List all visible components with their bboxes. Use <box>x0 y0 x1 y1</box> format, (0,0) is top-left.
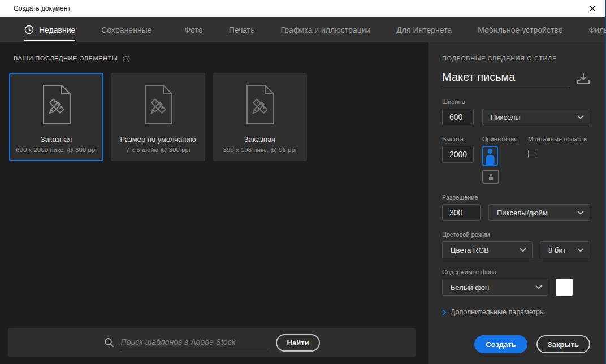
resolution-input[interactable] <box>442 204 481 221</box>
background-label: Содержимое фона <box>442 268 590 275</box>
advanced-options-label: Дополнительные параметры <box>451 308 545 316</box>
chevron-down-icon <box>577 248 584 252</box>
height-orientation-row: Высота Ориентация Монтажные о <box>442 136 590 184</box>
artboards-checkbox[interactable] <box>528 150 536 158</box>
background-color-swatch[interactable] <box>556 279 573 296</box>
tab-label: Для Интернета <box>396 25 452 34</box>
tab-print[interactable]: Печать <box>216 17 268 42</box>
stock-search-bar: Найти <box>8 328 416 357</box>
recent-heading-text: ВАШИ ПОСЛЕДНИЕ ЭЛЕМЕНТЫ <box>14 55 118 62</box>
card-subtitle: 7 x 5 дюйм @ 300 ppi <box>126 146 191 153</box>
dialog-title: Создать документ <box>0 5 71 12</box>
background-value: Белый фон <box>451 283 535 292</box>
height-label: Высота <box>442 136 482 142</box>
tab-web[interactable]: Для Интернета <box>383 17 465 42</box>
resolution-row: Пикселы/дюйм <box>442 204 590 221</box>
new-document-dialog: Создать документ Недавние Сохраненные Фо… <box>0 0 606 364</box>
preset-details-heading: ПОДРОБНЫЕ СВЕДЕНИЯ О СТИЛЕ <box>442 55 590 62</box>
advanced-options-toggle[interactable]: Дополнительные параметры <box>442 308 590 316</box>
preset-name-row: Макет письма <box>442 71 590 88</box>
recent-heading: ВАШИ ПОСЛЕДНИЕ ЭЛЕМЕНТЫ (3) <box>14 55 428 62</box>
resolution-unit-dropdown[interactable]: Пикселы/дюйм <box>488 204 590 221</box>
bit-depth-dropdown[interactable]: 8 бит <box>540 241 590 258</box>
tab-film-video[interactable]: Фильмы и видео <box>575 17 606 42</box>
color-mode-dropdown[interactable]: Цвета RGB <box>442 241 533 258</box>
card-subtitle: 399 x 198 пикс. @ 96 ppi <box>223 146 297 153</box>
search-input[interactable] <box>120 335 268 350</box>
action-buttons: Создать Закрыть <box>442 335 590 353</box>
recent-card-custom-399x198[interactable]: Заказная 399 x 198 пикс. @ 96 ppi <box>213 73 307 161</box>
document-template-icon <box>39 74 74 135</box>
card-title: Заказная <box>244 135 276 144</box>
find-button[interactable]: Найти <box>276 334 321 352</box>
tab-photo[interactable]: Фото <box>171 17 215 42</box>
recent-panel-spacer <box>0 161 428 328</box>
tab-label: Печать <box>229 25 255 34</box>
chevron-down-icon <box>520 248 526 252</box>
resolution-unit-value: Пикселы/дюйм <box>497 209 577 217</box>
background-dropdown[interactable]: Белый фон <box>442 279 548 296</box>
stock-search-group: Найти <box>104 334 321 352</box>
chevron-right-icon <box>442 309 446 315</box>
card-title: Размер по умолчанию <box>120 135 196 144</box>
clock-icon <box>24 25 34 34</box>
preset-name-field[interactable]: Макет письма <box>442 71 569 88</box>
height-column: Высота <box>442 136 482 184</box>
tab-bar: Недавние Сохраненные Фото Печать Графика… <box>0 17 605 42</box>
close-icon[interactable] <box>580 0 605 17</box>
close-button[interactable]: Закрыть <box>536 335 590 353</box>
tab-label: Мобильное устройство <box>478 25 562 34</box>
height-input[interactable] <box>442 146 474 163</box>
chevron-down-icon <box>577 210 584 215</box>
width-unit-dropdown[interactable]: Пикселы <box>482 109 590 125</box>
dialog-body: ВАШИ ПОСЛЕДНИЕ ЭЛЕМЕНТЫ (3) Заказная 600… <box>0 42 605 364</box>
tab-label: Графика и иллюстрации <box>281 25 371 34</box>
document-template-icon <box>243 74 278 135</box>
width-input[interactable] <box>442 109 474 125</box>
color-mode-label: Цветовой режим <box>442 231 590 238</box>
tab-mobile[interactable]: Мобильное устройство <box>465 17 575 42</box>
preset-details-panel: ПОДРОБНЫЕ СВЕДЕНИЯ О СТИЛЕ Макет письма … <box>428 42 605 364</box>
resolution-label: Разрешение <box>442 194 590 201</box>
orientation-landscape-icon[interactable] <box>482 170 499 184</box>
recent-card-custom-600x2000[interactable]: Заказная 600 x 2000 пикс. @ 300 ppi <box>9 73 103 161</box>
card-subtitle: 600 x 2000 пикс. @ 300 ppi <box>16 146 97 153</box>
color-mode-row: Цвета RGB 8 бит <box>442 241 590 258</box>
recent-cards: Заказная 600 x 2000 пикс. @ 300 ppi Разм… <box>9 73 428 161</box>
chevron-down-icon <box>535 285 542 289</box>
tab-label: Фото <box>184 25 202 34</box>
tab-label: Сохраненные <box>101 25 152 34</box>
width-label: Ширина <box>442 98 590 105</box>
tab-label: Недавние <box>39 25 75 34</box>
orientation-column: Ориентация <box>482 136 528 184</box>
recent-count: (3) <box>122 55 129 62</box>
create-button[interactable]: Создать <box>474 335 527 353</box>
document-template-icon <box>141 74 176 135</box>
bit-depth-value: 8 бит <box>548 246 577 254</box>
title-bar: Создать документ <box>0 0 605 17</box>
width-unit-value: Пикселы <box>491 113 577 122</box>
width-row: Пикселы <box>442 109 590 125</box>
search-icon <box>104 337 114 348</box>
preset-panel-spacer <box>442 316 590 335</box>
tab-saved[interactable]: Сохраненные <box>88 17 165 42</box>
artboards-column: Монтажные области <box>528 136 590 184</box>
tab-recent[interactable]: Недавние <box>11 17 88 42</box>
orientation-portrait-icon[interactable] <box>482 146 498 166</box>
chevron-down-icon <box>577 115 584 119</box>
orientation-label: Ориентация <box>482 136 528 142</box>
background-row: Белый фон <box>442 279 590 296</box>
tab-label: Фильмы и видео <box>588 25 606 34</box>
color-mode-value: Цвета RGB <box>451 246 520 254</box>
recent-panel: ВАШИ ПОСЛЕДНИЕ ЭЛЕМЕНТЫ (3) Заказная 600… <box>0 42 428 364</box>
save-preset-icon[interactable] <box>577 73 590 88</box>
orientation-buttons <box>482 146 528 184</box>
recent-card-default-size[interactable]: Размер по умолчанию 7 x 5 дюйм @ 300 ppi <box>111 73 205 161</box>
card-title: Заказная <box>41 135 72 144</box>
artboards-label: Монтажные области <box>528 136 590 142</box>
tab-art-illustration[interactable]: Графика и иллюстрации <box>268 17 384 42</box>
